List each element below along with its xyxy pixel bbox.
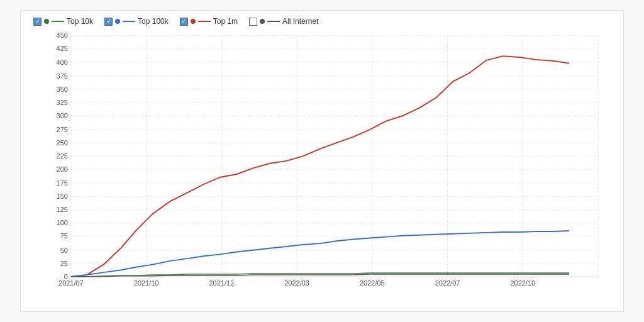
x-axis-labels: 2021/07 2021/10 2021/12 2022/03 2022/05 … <box>58 279 535 287</box>
svg-text:300: 300 <box>57 112 68 119</box>
svg-text:2022/07: 2022/07 <box>435 279 460 287</box>
legend-item-top1m[interactable]: ✓ Top 1m <box>180 17 238 26</box>
legend-label-all-internet: All Internet <box>282 17 318 26</box>
svg-text:425: 425 <box>57 45 68 53</box>
grid-lines <box>71 36 598 277</box>
legend-item-top100k[interactable]: ✓ Top 100k <box>104 17 169 26</box>
legend-checkbox-all-internet[interactable] <box>249 18 257 26</box>
legend-line-all-internet <box>267 21 280 22</box>
legend-item-top10k[interactable]: ✓ Top 10k <box>33 17 93 26</box>
svg-text:200: 200 <box>57 165 68 173</box>
line-top100k <box>71 231 569 277</box>
legend-line-top10k <box>52 21 64 22</box>
legend-line-top100k <box>123 21 135 22</box>
legend-item-all-internet[interactable]: All Internet <box>249 17 318 26</box>
svg-text:75: 75 <box>60 233 68 240</box>
svg-text:375: 375 <box>57 72 68 80</box>
legend-dot-top1m <box>191 19 196 24</box>
svg-text:275: 275 <box>57 126 68 133</box>
legend-checkbox-top10k[interactable]: ✓ <box>33 18 42 26</box>
legend-checkbox-top1m[interactable]: ✓ <box>180 18 188 26</box>
svg-text:450: 450 <box>57 32 68 40</box>
svg-text:250: 250 <box>57 139 68 147</box>
chart-svg: 450 425 400 375 350 325 300 275 250 225 … <box>33 30 611 289</box>
svg-text:2022/10: 2022/10 <box>510 279 535 287</box>
svg-text:2021/07: 2021/07 <box>58 279 84 287</box>
svg-text:175: 175 <box>57 179 68 187</box>
legend-dot-all-internet <box>260 19 265 24</box>
svg-text:25: 25 <box>60 260 68 267</box>
svg-text:400: 400 <box>57 58 68 66</box>
legend-dot-top10k <box>44 19 49 24</box>
svg-text:2022/03: 2022/03 <box>284 279 309 287</box>
svg-text:2021/12: 2021/12 <box>209 279 235 287</box>
svg-text:225: 225 <box>57 152 68 160</box>
svg-text:2021/10: 2021/10 <box>134 279 159 287</box>
svg-text:150: 150 <box>57 192 68 200</box>
legend-label-top10k: Top 10k <box>67 17 93 26</box>
legend-label-top100k: Top 100k <box>138 17 169 26</box>
svg-text:350: 350 <box>57 86 68 93</box>
chart-area: 450 425 400 375 350 325 300 275 250 225 … <box>33 30 611 289</box>
legend-dot-top100k <box>115 19 120 24</box>
chart-legend: ✓ Top 10k ✓ Top 100k ✓ Top 1m <box>33 17 611 26</box>
svg-text:2022/05: 2022/05 <box>360 279 385 287</box>
svg-text:50: 50 <box>60 247 68 254</box>
svg-text:325: 325 <box>57 99 68 106</box>
legend-checkbox-top100k[interactable]: ✓ <box>104 18 113 26</box>
svg-text:125: 125 <box>57 206 68 214</box>
svg-text:100: 100 <box>57 219 68 227</box>
y-axis-labels: 450 425 400 375 350 325 300 275 250 225 … <box>57 32 68 280</box>
legend-label-top1m: Top 1m <box>213 17 238 26</box>
chart-container: ✓ Top 10k ✓ Top 100k ✓ Top 1m <box>20 10 624 312</box>
legend-line-top1m <box>198 21 211 22</box>
